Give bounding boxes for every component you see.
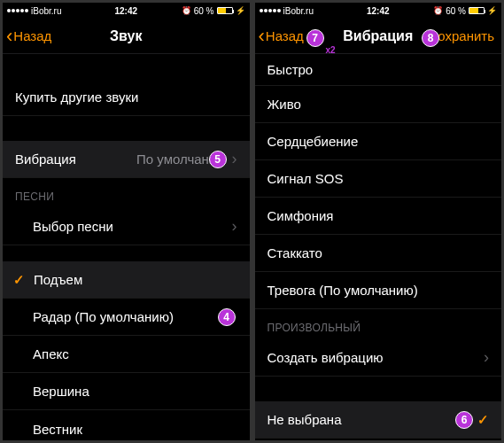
buy-sounds-row[interactable]: Купить другие звуки [3,79,250,116]
clock-label: 12:42 [367,6,390,16]
alarm-icon: ⏰ [433,6,443,15]
chevron-left-icon: ‹ [259,27,265,46]
status-bar: iBobr.ru 12:42 ⏰ 60 % ⚡ [3,3,250,19]
sound-list[interactable]: Купить другие звуки Вибрация По умолчани… [3,54,250,440]
annotation-badge-5: 5 [209,151,227,168]
annotation-badge-8: 8 [422,29,439,47]
custom-header: ПРОИЗВОЛЬНЫЙ [255,309,502,339]
check-icon: ✓ [477,412,489,428]
tone-row-radar[interactable]: Радар (По умолчанию) 4 [3,299,250,336]
carrier-label: iBobr.ru [31,6,61,16]
choose-song-row[interactable]: Выбор песни › [3,208,250,245]
chevron-left-icon: ‹ [6,27,12,46]
pattern-row-sos[interactable]: Сигнал SOS [255,160,502,198]
pattern-row-heartbeat[interactable]: Сердцебиение [255,123,502,160]
back-label: Назад [13,28,51,43]
songs-header: ПЕСНИ [3,178,250,208]
alarm-icon: ⏰ [182,6,191,15]
nav-title: Звук [110,28,142,44]
vibration-list[interactable]: Быстро Живо Сердцебиение Сигнал SOS Симф… [255,54,502,440]
chevron-right-icon: › [232,217,237,236]
tone-row-rise[interactable]: ✓ Подъем [3,261,250,299]
clock-label: 12:42 [114,6,137,16]
pattern-row-staccato[interactable]: Стаккато [255,235,502,272]
battery-percent: 60 % [446,6,466,16]
check-icon: ✓ [13,272,25,288]
pattern-row-symphony[interactable]: Симфония [255,198,502,235]
nav-title: Вибрация [343,28,413,44]
phone-vibration-screen: iBobr.ru 12:42 ⏰ 60 % ⚡ ‹ Назад Вибрация… [255,3,502,440]
annotation-badge-7: 7 [306,29,324,47]
nav-bar: ‹ Назад Звук [3,19,250,54]
signal-dots-icon [260,9,281,12]
charging-icon: ⚡ [236,6,245,15]
none-selected-row[interactable]: Не выбрана 6 ✓ [255,401,502,439]
pattern-row-alert[interactable]: Тревога (По умолчанию) [255,272,502,309]
carrier-label: iBobr.ru [283,6,314,16]
tone-row-apex[interactable]: Апекс [3,336,250,373]
chevron-right-icon: › [232,150,237,168]
back-button[interactable]: ‹ Назад [255,27,304,46]
back-label: Назад [266,28,304,43]
battery-icon [217,7,233,14]
tone-row-herald[interactable]: Вестник [3,410,250,440]
nav-bar: ‹ Назад Вибрация Сохранить 7 x2 8 [255,19,502,54]
create-vibration-row[interactable]: Создать вибрацию › [255,339,502,377]
chevron-right-icon: › [484,348,489,367]
battery-percent: 60 % [194,6,214,16]
pattern-row-lively[interactable]: Живо [255,86,502,123]
tone-row-summit[interactable]: Вершина [3,373,250,410]
phone-sound-screen: iBobr.ru 12:42 ⏰ 60 % ⚡ ‹ Назад Звук Куп… [3,3,250,440]
status-bar: iBobr.ru 12:42 ⏰ 60 % ⚡ [255,3,502,19]
pattern-row-fast[interactable]: Быстро [255,54,502,86]
charging-icon: ⚡ [487,6,497,15]
vibration-row[interactable]: Вибрация По умолчанию › 5 [3,141,250,178]
annotation-badge-6: 6 [455,411,473,429]
signal-dots-icon [7,9,28,12]
back-button[interactable]: ‹ Назад [3,27,51,46]
annotation-badge-4: 4 [218,308,236,326]
battery-icon [469,7,485,14]
